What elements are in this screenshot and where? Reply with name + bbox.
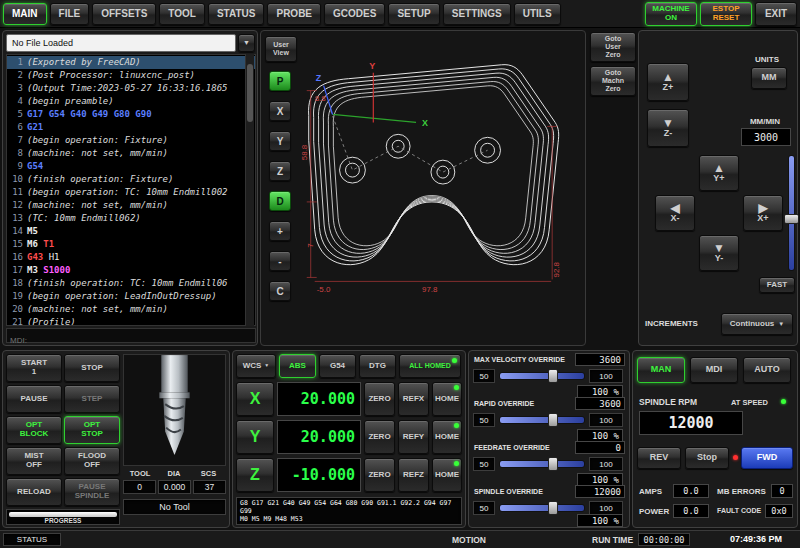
menu-item-settings[interactable]: SETTINGS [443, 3, 511, 25]
goto-machine-zero-button[interactable]: Goto Machn Zero [590, 66, 636, 96]
jog-y-plus-button[interactable]: ▲ Y+ [699, 155, 739, 191]
clear-plot-button[interactable]: C [269, 281, 291, 301]
zero-z-button[interactable]: ZERO [364, 458, 395, 492]
spindle-override-slider[interactable] [499, 504, 585, 512]
file-selector-dropdown-button[interactable]: ▼ [238, 34, 255, 52]
gcode-line[interactable]: 7(begin operation: Fixture) [7, 134, 255, 147]
jog-speed-slider[interactable] [788, 155, 795, 271]
all-homed-button[interactable]: ALL HOMED [399, 354, 461, 378]
gcode-scrollbar-thumb[interactable] [247, 64, 253, 122]
mode-manual-button[interactable]: MAN [637, 357, 685, 383]
jog-speed-slider-handle[interactable] [784, 214, 799, 224]
feedrate-override-slider[interactable] [499, 460, 585, 468]
menu-item-main[interactable]: MAIN [3, 3, 47, 25]
view-user-button[interactable]: User View [265, 36, 297, 62]
gcode-line[interactable]: 13(TC: 10mm Endmill062) [7, 212, 255, 225]
gcode-line[interactable]: 18(finish operation: TC: 10mm Endmill06 [7, 277, 255, 290]
spindle-override-slider-handle[interactable] [548, 501, 558, 515]
gcode-line[interactable]: 17M3 S1000 [7, 264, 255, 277]
dtg-button[interactable]: DTG [359, 354, 396, 378]
step-button[interactable]: STEP [64, 385, 120, 413]
flood-button[interactable]: FLOOD OFF [64, 447, 120, 475]
home-z-button[interactable]: HOME [432, 458, 462, 492]
zero-y-button[interactable]: ZERO [364, 420, 395, 454]
rapid-override-slider-handle[interactable] [548, 413, 558, 427]
menu-item-offsets[interactable]: OFFSETS [92, 3, 156, 25]
pause-spindle-button[interactable]: PAUSE SPINDLE [64, 478, 120, 506]
gcode-line[interactable]: 14M5 [7, 225, 255, 238]
gcode-scrollbar[interactable] [245, 54, 254, 326]
mode-auto-button[interactable]: AUTO [743, 357, 791, 383]
feedrate-override-slider-handle[interactable] [548, 457, 558, 471]
optional-block-button[interactable]: OPT BLOCK [6, 416, 62, 444]
gcode-line[interactable]: 6G21 [7, 121, 255, 134]
jog-x-plus-button[interactable]: ▶ X+ [743, 195, 783, 231]
spindle-forward-button[interactable]: FWD [741, 447, 793, 469]
zoom-in-button[interactable]: + [269, 221, 291, 241]
optional-stop-button[interactable]: OPT STOP [64, 416, 120, 444]
menu-item-gcodes[interactable]: GCODES [324, 3, 385, 25]
zoom-out-button[interactable]: - [269, 251, 291, 271]
jog-y-minus-button[interactable]: ▼ Y- [699, 235, 739, 271]
estop-reset-button[interactable]: ESTOP RESET [700, 2, 752, 26]
view-x-button[interactable]: X [269, 101, 291, 121]
menu-item-status[interactable]: STATUS [208, 3, 265, 25]
exit-button[interactable]: EXIT [755, 2, 797, 26]
gcode-line[interactable]: 21(Profile) [7, 316, 255, 326]
menu-item-tool[interactable]: TOOL [159, 3, 205, 25]
gcode-line[interactable]: 5G17 G54 G40 G49 G80 G90 [7, 108, 255, 121]
gcode-line[interactable]: 2(Post Processor: linuxcnc_post) [7, 69, 255, 82]
menu-item-file[interactable]: FILE [50, 3, 90, 25]
menu-item-setup[interactable]: SETUP [388, 3, 439, 25]
goto-user-zero-button[interactable]: Goto User Zero [590, 32, 636, 62]
rapid-override-slider[interactable] [499, 416, 585, 424]
gcode-editor[interactable]: 1(Exported by FreeCAD)2(Post Processor: … [6, 54, 256, 326]
gcode-line[interactable]: 4(begin preamble) [7, 95, 255, 108]
g54-button[interactable]: G54 [319, 354, 356, 378]
home-x-button[interactable]: HOME [432, 382, 462, 416]
zero-x-button[interactable]: ZERO [364, 382, 395, 416]
axis-y-button[interactable]: Y [236, 420, 274, 454]
gcode-line[interactable]: 1(Exported by FreeCAD) [7, 56, 255, 69]
view-perspective-button[interactable]: P [269, 71, 291, 91]
machine-on-button[interactable]: MACHINE ON [645, 2, 697, 26]
max-velocity-slider[interactable] [499, 372, 585, 380]
menu-item-probe[interactable]: PROBE [267, 3, 321, 25]
view-z-button[interactable]: Z [269, 161, 291, 181]
units-mm-button[interactable]: MM [751, 67, 787, 89]
toolpath-preview-canvas[interactable]: X Y Z 8.8 58.8 7 -5.0 97.8 92.8 [261, 31, 585, 345]
gcode-line[interactable]: 11(begin operation: TC: 10mm Endmill002 [7, 186, 255, 199]
home-y-button[interactable]: HOME [432, 420, 462, 454]
jog-x-minus-button[interactable]: ◀ X- [655, 195, 695, 231]
view-y-button[interactable]: Y [269, 131, 291, 151]
jog-z-plus-button[interactable]: ▲ Z+ [647, 63, 689, 101]
reload-button[interactable]: RELOAD [6, 478, 62, 506]
gcode-line[interactable]: 12(machine: not set, mm/min) [7, 199, 255, 212]
jog-z-minus-button[interactable]: ▼ Z- [647, 109, 689, 147]
gcode-line[interactable]: 9G54 [7, 160, 255, 173]
gcode-line[interactable]: 19(begin operation: LeadInOutDressup) [7, 290, 255, 303]
mdi-input[interactable] [7, 334, 255, 347]
start-button[interactable]: START 1 [6, 354, 62, 382]
gcode-line[interactable]: 8(machine: not set, mm/min) [7, 147, 255, 160]
wcs-dropdown[interactable]: WCS▼ [236, 354, 276, 378]
spindle-reverse-button[interactable]: REV [637, 447, 681, 469]
spindle-stop-button[interactable]: Stop [685, 447, 729, 469]
fast-button[interactable]: FAST [759, 277, 795, 293]
menu-item-utils[interactable]: UTILS [514, 3, 561, 25]
axis-z-button[interactable]: Z [236, 458, 274, 492]
ref-x-button[interactable]: REFX [398, 382, 429, 416]
view-dimensions-button[interactable]: D [269, 191, 291, 211]
axis-x-button[interactable]: X [236, 382, 274, 416]
increments-dropdown[interactable]: Continuous ▼ [721, 313, 793, 335]
gcode-line[interactable]: 20(machine: not set, mm/min) [7, 303, 255, 316]
mode-mdi-button[interactable]: MDI [690, 357, 738, 383]
stop-button[interactable]: STOP [64, 354, 120, 382]
max-velocity-slider-handle[interactable] [548, 369, 558, 383]
gcode-line[interactable]: 10(finish operation: Fixture) [7, 173, 255, 186]
ref-z-button[interactable]: REFZ [398, 458, 429, 492]
gcode-line[interactable]: 3(Output Time:2023-05-27 16:33:16.1865 [7, 82, 255, 95]
gcode-line[interactable]: 16G43 H1 [7, 251, 255, 264]
pause-button[interactable]: PAUSE [6, 385, 62, 413]
ref-y-button[interactable]: REFY [398, 420, 429, 454]
